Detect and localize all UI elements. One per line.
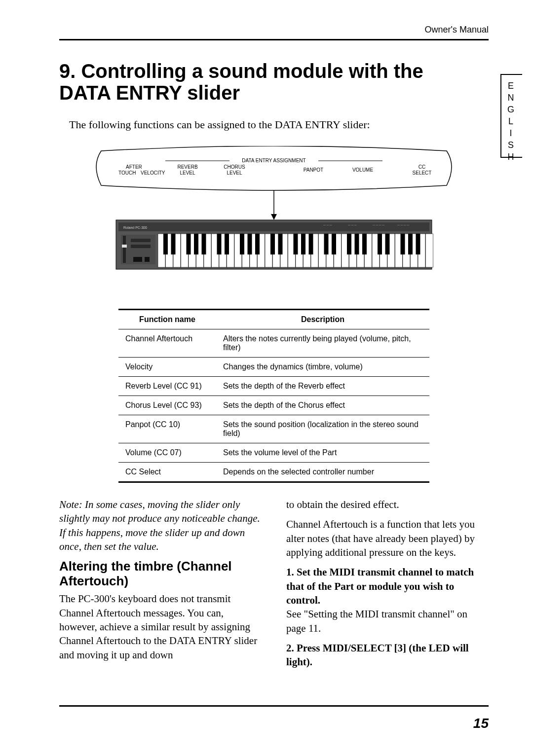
diagram-group-label: DATA ENTRY ASSIGNMENT (242, 158, 305, 163)
keyboard-keys (158, 234, 433, 267)
svg-text:— — —: — — — (323, 223, 332, 226)
svg-rect-75 (270, 234, 275, 254)
table-row: Chorus Level (CC 93)Sets the depth of th… (118, 396, 429, 415)
svg-text:TOUCH: TOUCH (118, 170, 136, 176)
svg-rect-26 (131, 245, 151, 248)
table-row: VelocityChanges the dynamics (timbre, vo… (118, 358, 429, 377)
continuation-line: to obtain the desired effect. (286, 498, 489, 511)
table-cell-desc: Changes the dynamics (timbre, volume) (216, 358, 429, 377)
running-head: Owner's Manual (59, 25, 489, 35)
top-rule (59, 39, 489, 40)
svg-rect-65 (163, 234, 168, 254)
svg-rect-79 (309, 234, 313, 254)
svg-text:REVERB: REVERB (177, 164, 197, 170)
svg-text:VELOCITY: VELOCITY (141, 170, 165, 176)
step-1-body: See "Setting the MIDI transmit channel" … (286, 608, 467, 634)
table-cell-name: Volume (CC 07) (118, 443, 216, 463)
function-table: Function name Description Channel Aftert… (118, 309, 429, 483)
svg-rect-80 (324, 234, 329, 254)
note-paragraph: Note: In some cases, moving the slider o… (59, 498, 262, 553)
svg-rect-68 (194, 234, 198, 254)
svg-text:LEVEL: LEVEL (180, 170, 195, 176)
subsection-heading: Altering the timbre (Channel Aftertouch) (59, 559, 262, 589)
table-cell-name: Channel Aftertouch (118, 329, 216, 358)
svg-rect-69 (202, 234, 206, 254)
svg-text:CHORUS: CHORUS (224, 164, 245, 170)
svg-rect-87 (401, 234, 405, 254)
manual-page: Owner's Manual ENGLISH 9. Controlling a … (0, 0, 533, 756)
svg-rect-23 (123, 236, 126, 263)
section-number: 9. (59, 60, 76, 82)
left-body-paragraph: The PC-300's keyboard does not transmit … (59, 592, 262, 662)
table-row: Volume (CC 07)Sets the volume level of t… (118, 443, 429, 463)
svg-rect-24 (122, 245, 127, 248)
language-tab-label: ENGLISH (501, 75, 516, 164)
body-columns: Note: In some cases, moving the slider o… (59, 498, 489, 675)
table-cell-desc: Sets the depth of the Reverb effect (216, 377, 429, 396)
intro-paragraph: The following functions can be assigned … (69, 118, 489, 131)
table-header-name: Function name (118, 310, 216, 329)
table-cell-desc: Sets the sound position (localization in… (216, 415, 429, 443)
section-title-text: Controlling a sound module with the DATA… (59, 60, 423, 104)
svg-rect-78 (301, 234, 305, 254)
svg-rect-27 (133, 257, 142, 262)
svg-text:PANPOT: PANPOT (304, 167, 323, 173)
table-cell-desc: Alters the notes currently being played … (216, 329, 429, 358)
language-tab: ENGLISH (500, 74, 522, 158)
step-2: 2. Press MIDI/SELECT [3] (the LED will l… (286, 641, 489, 669)
svg-text:— — — —: — — — — (373, 223, 384, 226)
table-cell-name: Panpot (CC 10) (118, 415, 216, 443)
step-2-bold: 2. Press MIDI/SELECT [3] (the LED will l… (286, 642, 469, 668)
svg-rect-89 (416, 234, 420, 254)
svg-rect-83 (355, 234, 359, 254)
svg-rect-88 (408, 234, 413, 254)
svg-rect-74 (255, 234, 260, 254)
svg-rect-28 (145, 257, 150, 262)
svg-rect-70 (217, 234, 222, 254)
svg-text:SELECT: SELECT (413, 170, 432, 176)
svg-rect-67 (187, 234, 191, 254)
svg-rect-72 (240, 234, 244, 254)
table-cell-name: Chorus Level (CC 93) (118, 396, 216, 415)
bottom-rule (59, 705, 489, 707)
right-body-paragraph: Channel Aftertouch is a function that le… (286, 517, 489, 559)
svg-rect-81 (332, 234, 336, 254)
table-cell-desc: Sets the depth of the Chorus effect (216, 396, 429, 415)
table-cell-desc: Sets the volume level of the Part (216, 443, 429, 463)
svg-rect-82 (347, 234, 351, 254)
svg-rect-66 (171, 234, 176, 254)
table-row: CC SelectDepends on the selected control… (118, 463, 429, 482)
svg-rect-25 (131, 239, 151, 242)
diagram-svg: DATA ENTRY ASSIGNMENT AFTER TOUCH VELOCI… (91, 146, 457, 294)
svg-rect-84 (362, 234, 367, 254)
svg-text:AFTER: AFTER (126, 164, 142, 170)
svg-text:Roland  PC-300: Roland PC-300 (123, 226, 147, 229)
table-cell-name: Velocity (118, 358, 216, 377)
svg-rect-76 (278, 234, 283, 254)
svg-text:CC: CC (419, 164, 425, 170)
table-row: Panpot (CC 10)Sets the sound position (l… (118, 415, 429, 443)
step-1-bold: 1. Set the MIDI transmit channel to matc… (286, 566, 474, 606)
table-row: Reverb Level (CC 91)Sets the depth of th… (118, 377, 429, 396)
svg-rect-86 (385, 234, 390, 254)
svg-text:LEVEL: LEVEL (227, 170, 242, 176)
table-cell-desc: Depends on the selected controller numbe… (216, 463, 429, 482)
svg-rect-77 (294, 234, 298, 254)
table-row: Channel AftertouchAlters the notes curre… (118, 329, 429, 358)
step-1: 1. Set the MIDI transmit channel to matc… (286, 565, 489, 635)
assignment-diagram: DATA ENTRY ASSIGNMENT AFTER TOUCH VELOCI… (91, 146, 457, 294)
svg-rect-64 (426, 234, 433, 267)
svg-marker-14 (271, 214, 277, 220)
svg-text:— — —: — — — (348, 223, 357, 226)
table-cell-name: Reverb Level (CC 91) (118, 377, 216, 396)
right-column: to obtain the desired effect. Channel Af… (286, 498, 489, 675)
page-number: 15 (473, 716, 489, 731)
left-column: Note: In some cases, moving the slider o… (59, 498, 262, 675)
section-heading: 9. Controlling a sound module with the D… (59, 60, 434, 104)
svg-rect-73 (248, 234, 252, 254)
table-header-desc: Description (216, 310, 429, 329)
svg-rect-71 (225, 234, 229, 254)
svg-text:— — — —: — — — — (397, 223, 409, 226)
table-cell-name: CC Select (118, 463, 216, 482)
svg-rect-85 (378, 234, 382, 254)
